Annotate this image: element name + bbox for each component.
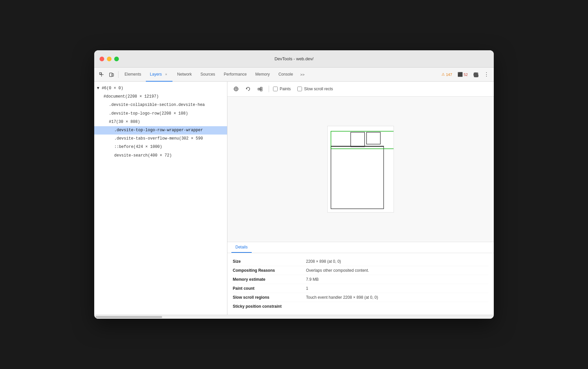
window-title: DevTools - web.dev/ xyxy=(274,56,313,61)
slow-scroll-checkbox[interactable] xyxy=(297,87,302,91)
close-button[interactable] xyxy=(100,57,104,61)
right-panel: Paints Slow scroll rects xyxy=(227,82,494,315)
layer-item-document[interactable]: #document(2208 × 12197) xyxy=(94,93,227,101)
detail-row-slow-scroll: Slow scroll regions Touch event handler … xyxy=(233,293,488,302)
tab-layers[interactable]: Layers × xyxy=(146,68,172,82)
layer-item-devsite-top-logo-row[interactable]: .devsite-top-logo-row(2208 × 108) xyxy=(94,110,227,118)
horizontal-scrollbar[interactable] xyxy=(94,315,494,319)
tab-performance[interactable]: Performance xyxy=(220,68,251,82)
rotate-tool-button[interactable] xyxy=(243,84,253,94)
svg-rect-13 xyxy=(367,132,381,144)
tab-bar: Elements Layers × Network Sources Perfor… xyxy=(94,68,494,82)
tab-sources[interactable]: Sources xyxy=(196,68,219,82)
canvas-separator xyxy=(269,86,269,92)
scrollbar-thumb[interactable] xyxy=(96,316,162,318)
details-content: Size 2208 × 898 (at 0, 0) Compositing Re… xyxy=(227,253,494,315)
paints-checkbox[interactable] xyxy=(273,87,278,91)
device-toggle-button[interactable] xyxy=(107,70,116,79)
svg-rect-4 xyxy=(112,74,114,76)
reset-view-button[interactable] xyxy=(255,84,265,94)
layer-item-tabs-overflow[interactable]: .devsite-tabs-overflow-menu(302 × 590 xyxy=(94,135,227,143)
error-icon: ⬛ xyxy=(457,72,463,77)
main-content: ▼ #6(0 × 0) #document(2208 × 12197) .dev… xyxy=(94,82,494,315)
traffic-lights xyxy=(100,57,119,61)
layer-item-root[interactable]: ▼ #6(0 × 0) xyxy=(94,84,227,93)
layer-item-devsite-collapsible[interactable]: .devsite-collapsible-section.devsite-hea xyxy=(94,101,227,109)
pan-tool-button[interactable] xyxy=(231,84,241,94)
layer-root-expand: ▼ xyxy=(97,86,99,91)
detail-row-size: Size 2208 × 898 (at 0, 0) xyxy=(233,257,488,266)
layer-item-wrapper[interactable]: .devsite-top-logo-row-wrapper-wrapper xyxy=(94,126,227,135)
tab-memory[interactable]: Memory xyxy=(251,68,274,82)
layer-tree: ▼ #6(0 × 0) #document(2208 × 12197) .dev… xyxy=(94,82,227,163)
warning-badge[interactable]: ⚠ 147 xyxy=(440,72,454,77)
svg-rect-10 xyxy=(260,89,262,91)
layer-item-hash17[interactable]: #17(30 × 808) xyxy=(94,118,227,126)
detail-row-paint-count: Paint count 1 xyxy=(233,284,488,293)
more-options-button[interactable]: ⋮ xyxy=(482,70,491,79)
svg-rect-9 xyxy=(260,87,262,89)
tab-network[interactable]: Network xyxy=(173,68,196,82)
svg-rect-8 xyxy=(258,88,260,90)
more-tabs-button[interactable]: >> xyxy=(298,70,307,79)
close-layers-tab[interactable]: × xyxy=(164,72,168,77)
canvas-area[interactable] xyxy=(227,97,494,242)
tab-elements[interactable]: Elements xyxy=(121,68,145,82)
paints-checkbox-label[interactable]: Paints xyxy=(273,87,291,91)
error-badge[interactable]: ⬛ 52 xyxy=(455,71,470,78)
detail-row-sticky: Sticky position constraint xyxy=(233,302,488,311)
tab-console[interactable]: Console xyxy=(274,68,297,82)
canvas-toolbar: Paints Slow scroll rects xyxy=(227,82,494,97)
layer-item-devsite-search[interactable]: devsite-search(400 × 72) xyxy=(94,152,227,160)
layer-tree-panel: ▼ #6(0 × 0) #document(2208 × 12197) .dev… xyxy=(94,82,227,315)
inspect-element-button[interactable] xyxy=(97,70,106,79)
details-tab-details[interactable]: Details xyxy=(231,242,252,253)
layer-item-before[interactable]: ::before(424 × 1000) xyxy=(94,143,227,151)
settings-button[interactable] xyxy=(471,70,480,79)
svg-rect-14 xyxy=(331,146,384,147)
svg-rect-11 xyxy=(331,146,384,209)
toolbar-separator-1 xyxy=(118,71,119,78)
slow-scroll-checkbox-label[interactable]: Slow scroll rects xyxy=(297,87,333,91)
toolbar-right: ⚠ 147 ⬛ 52 ⋮ xyxy=(440,70,491,79)
maximize-button[interactable] xyxy=(114,57,119,61)
layer-preview-svg xyxy=(327,126,394,212)
svg-rect-0 xyxy=(100,73,101,74)
detail-row-compositing: Compositing Reasons Overlaps other compo… xyxy=(233,266,488,275)
warning-icon: ⚠ xyxy=(441,72,445,77)
detail-row-memory: Memory estimate 7.9 MB xyxy=(233,275,488,284)
minimize-button[interactable] xyxy=(107,57,112,61)
svg-rect-12 xyxy=(351,132,365,147)
title-bar: DevTools - web.dev/ xyxy=(94,50,494,68)
details-tabs: Details xyxy=(227,242,494,253)
devtools-window: DevTools - web.dev/ Elements Layers × xyxy=(94,50,494,319)
details-panel: Details Size 2208 × 898 (at 0, 0) Compos… xyxy=(227,242,494,315)
